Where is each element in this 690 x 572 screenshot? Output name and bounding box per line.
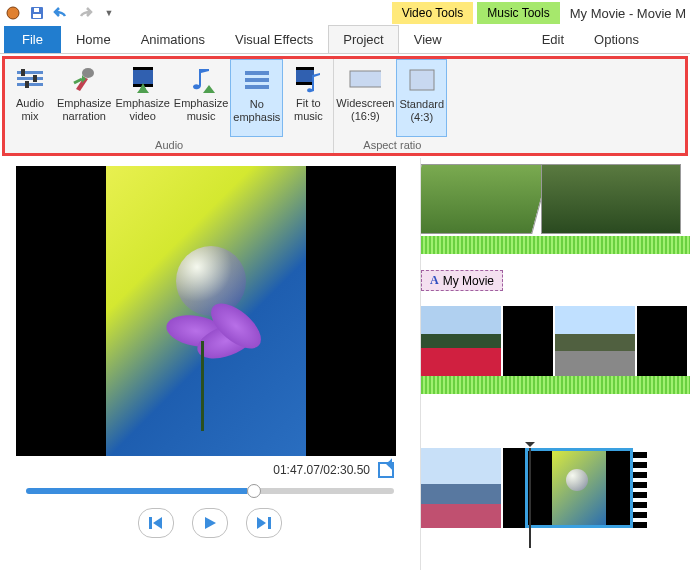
workspace: 01:47.07/02:30.50 A My Movie — [0, 158, 690, 570]
timeline-pane[interactable]: A My Movie — [420, 158, 690, 570]
svg-rect-24 — [296, 82, 314, 85]
seek-thumb[interactable] — [247, 484, 261, 498]
svg-marker-18 — [203, 85, 215, 93]
timeline-track[interactable] — [421, 306, 690, 396]
svg-marker-29 — [205, 517, 216, 529]
emphasize-narration-button[interactable]: Emphasize narration — [55, 59, 113, 137]
visual-effects-tab[interactable]: Visual Effects — [220, 25, 328, 53]
filmstrip-icon — [633, 448, 647, 528]
label: Emphasize — [115, 97, 169, 110]
audio-mix-button[interactable]: Audio mix — [5, 59, 55, 137]
video-clip[interactable] — [503, 448, 525, 528]
label: video — [129, 110, 155, 123]
standard-aspect-button[interactable]: Standard (4:3) — [396, 59, 447, 137]
svg-rect-6 — [17, 83, 43, 86]
edit-tab[interactable]: Edit — [527, 25, 579, 53]
svg-rect-2 — [33, 14, 41, 18]
svg-rect-13 — [133, 67, 153, 70]
video-clip[interactable] — [421, 164, 551, 234]
svg-rect-3 — [34, 8, 39, 12]
label: Standard — [399, 98, 444, 111]
widescreen-icon — [349, 63, 381, 95]
view-tab[interactable]: View — [399, 25, 457, 53]
svg-rect-7 — [21, 69, 25, 76]
music-tools-context-tab[interactable]: Music Tools — [477, 2, 559, 24]
svg-rect-25 — [350, 71, 381, 87]
project-ribbon: Audio mix Emphasize narration Emphasize … — [2, 56, 688, 156]
title-clip[interactable]: A My Movie — [421, 270, 503, 291]
svg-point-10 — [82, 68, 94, 78]
redo-icon[interactable] — [76, 4, 94, 22]
svg-rect-20 — [245, 78, 269, 82]
svg-rect-8 — [33, 75, 37, 82]
qat-dropdown-icon[interactable]: ▼ — [100, 4, 118, 22]
play-button[interactable] — [192, 508, 228, 538]
preview-monitor[interactable] — [16, 166, 396, 456]
project-tab[interactable]: Project — [328, 25, 398, 53]
save-icon[interactable] — [28, 4, 46, 22]
file-tab[interactable]: File — [4, 26, 61, 53]
label: Emphasize — [174, 97, 228, 110]
svg-rect-5 — [17, 77, 43, 80]
title-text: My Movie — [443, 274, 494, 288]
svg-rect-26 — [410, 70, 434, 90]
options-tab[interactable]: Options — [579, 25, 654, 53]
svg-marker-30 — [257, 517, 266, 529]
svg-rect-19 — [245, 71, 269, 75]
svg-marker-28 — [153, 517, 162, 529]
undo-icon[interactable] — [52, 4, 70, 22]
audio-waveform — [421, 236, 690, 254]
svg-rect-23 — [296, 67, 314, 70]
video-clip[interactable] — [637, 306, 687, 376]
label: music — [187, 110, 216, 123]
fit-to-music-button[interactable]: Fit to music — [283, 59, 333, 137]
fullscreen-icon[interactable] — [378, 462, 394, 478]
svg-rect-21 — [245, 85, 269, 89]
seek-bar[interactable] — [26, 488, 394, 494]
emphasize-video-button[interactable]: Emphasize video — [113, 59, 171, 137]
video-clip[interactable] — [421, 306, 501, 376]
ribbon-tabs: File Home Animations Visual Effects Proj… — [0, 26, 690, 54]
app-icon — [4, 4, 22, 22]
label: No — [250, 98, 264, 111]
next-frame-button[interactable] — [246, 508, 282, 538]
title-icon: A — [430, 273, 439, 288]
svg-rect-4 — [17, 71, 43, 74]
emphasize-music-button[interactable]: Emphasize music — [172, 59, 230, 137]
video-clip[interactable] — [555, 306, 635, 376]
timeline-track[interactable] — [421, 448, 690, 548]
video-tools-context-tab[interactable]: Video Tools — [392, 2, 474, 24]
selected-clip[interactable] — [525, 448, 633, 528]
preview-frame-image — [106, 166, 306, 456]
home-tab[interactable]: Home — [61, 25, 126, 53]
audio-group-label: Audio — [5, 137, 333, 153]
standard-aspect-icon — [406, 64, 438, 96]
window-title: My Movie - Movie M — [570, 6, 686, 21]
label: (16:9) — [351, 110, 380, 123]
animations-tab[interactable]: Animations — [126, 25, 220, 53]
video-up-icon — [127, 63, 159, 95]
playhead[interactable] — [529, 448, 531, 548]
label: emphasis — [233, 111, 280, 124]
time-display: 01:47.07/02:30.50 — [273, 463, 370, 477]
audio-waveform — [421, 376, 690, 394]
timeline-track[interactable] — [421, 164, 690, 254]
label: Audio — [16, 97, 44, 110]
svg-rect-31 — [268, 517, 271, 529]
label: Fit to — [296, 97, 320, 110]
contextual-tabs: Video Tools Music Tools — [392, 2, 560, 24]
label: Emphasize — [57, 97, 111, 110]
prev-frame-button[interactable] — [138, 508, 174, 538]
no-emphasis-button[interactable]: No emphasis — [230, 59, 283, 137]
svg-point-0 — [7, 7, 19, 19]
svg-rect-27 — [149, 517, 152, 529]
video-clip[interactable] — [541, 164, 681, 234]
svg-rect-9 — [25, 81, 29, 88]
label: narration — [63, 110, 106, 123]
video-clip[interactable] — [503, 306, 553, 376]
video-clip[interactable] — [421, 448, 501, 528]
label: music — [294, 110, 323, 123]
label: mix — [21, 110, 38, 123]
equal-lines-icon — [241, 64, 273, 96]
widescreen-button[interactable]: Widescreen (16:9) — [334, 59, 396, 137]
